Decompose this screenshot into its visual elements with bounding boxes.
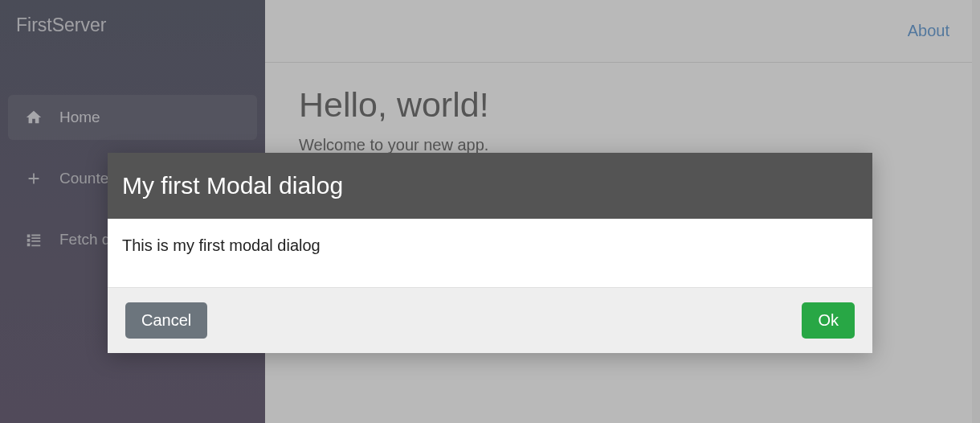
modal-overlay[interactable]: My first Modal dialog This is my first m…: [0, 0, 980, 423]
ok-button[interactable]: Ok: [802, 302, 855, 339]
modal-body: This is my first modal dialog: [108, 219, 872, 287]
modal-title: My first Modal dialog: [108, 153, 872, 219]
modal-dialog: My first Modal dialog This is my first m…: [108, 153, 872, 353]
cancel-button[interactable]: Cancel: [125, 302, 207, 339]
modal-footer: Cancel Ok: [108, 287, 872, 353]
